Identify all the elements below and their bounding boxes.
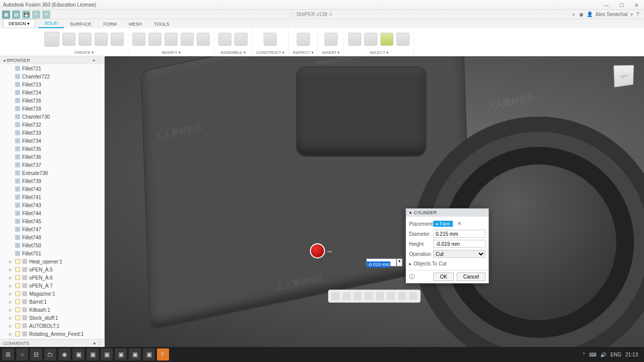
- tree-feature-item[interactable]: Fillet734: [0, 137, 104, 145]
- sketch-icon[interactable]: [44, 32, 59, 47]
- start-button[interactable]: ⊞: [2, 348, 14, 360]
- ribbon-label-select[interactable]: SELECT ▾: [370, 50, 388, 56]
- tree-feature-item[interactable]: Fillet724: [0, 88, 104, 97]
- clear-selection-icon[interactable]: ✕: [457, 221, 461, 226]
- expand-arrow-icon[interactable]: ▷: [9, 300, 13, 304]
- select-paint-icon[interactable]: [380, 33, 393, 46]
- visibility-icon[interactable]: [15, 299, 20, 304]
- expand-arrow-icon[interactable]: ▷: [9, 332, 13, 336]
- user-avatar-icon[interactable]: 👤: [587, 12, 593, 17]
- visibility-icon[interactable]: [15, 283, 20, 288]
- ribbon-label-construct[interactable]: CONSTRUCT ▾: [256, 50, 284, 56]
- expand-icon[interactable]: ▸: [409, 261, 412, 266]
- ribbon-label-modify[interactable]: MODIFY ▾: [162, 50, 180, 56]
- cylinder-tool-icon[interactable]: [78, 33, 92, 46]
- tree-feature-item[interactable]: Fillet728: [0, 105, 104, 113]
- tree-feature-item[interactable]: Fillet743: [0, 201, 104, 209]
- fillet-icon[interactable]: [148, 33, 162, 46]
- display-icon[interactable]: [387, 292, 395, 300]
- tab-mesh[interactable]: MESH: [123, 20, 148, 28]
- tab-tools[interactable]: TOOLS: [148, 20, 175, 28]
- tree-feature-item[interactable]: Fillet732: [0, 121, 104, 129]
- ribbon-label-assemble[interactable]: ASSEMBLE ▾: [220, 50, 245, 56]
- dialog-title-bar[interactable]: ● CYLINDER: [406, 209, 489, 217]
- visibility-icon[interactable]: [15, 307, 20, 312]
- visibility-icon[interactable]: [15, 267, 20, 272]
- expand-arrow-icon[interactable]: ▷: [9, 276, 13, 280]
- joint-icon[interactable]: [218, 33, 231, 46]
- tree-feature-item[interactable]: Fillet723: [0, 80, 104, 88]
- placement-face-selector[interactable]: ▸ Face: [433, 221, 453, 227]
- tree-feature-item[interactable]: Chamfer730: [0, 113, 104, 121]
- document-tab[interactable]: ⬚ SNIPER v138 ✕: [52, 12, 571, 17]
- app-icon-5[interactable]: ▣: [129, 348, 141, 360]
- app-icon-6[interactable]: ▣: [143, 348, 155, 360]
- shell-icon[interactable]: [165, 33, 178, 46]
- fit-icon[interactable]: [376, 292, 384, 300]
- tab-surface[interactable]: SURFACE: [64, 20, 98, 28]
- tree-component-item[interactable]: ▷Rotating_Ammo_Feed:1: [0, 330, 104, 338]
- measure-icon[interactable]: [297, 33, 310, 46]
- tree-feature-item[interactable]: Fillet721: [0, 64, 104, 72]
- move-icon[interactable]: [197, 33, 210, 46]
- tree-feature-item[interactable]: Fillet751: [0, 249, 104, 257]
- sound-icon[interactable]: 🔊: [600, 352, 606, 357]
- file-menu-icon[interactable]: ▤: [12, 11, 20, 19]
- comments-header[interactable]: COMMENTS ● ⋮: [0, 339, 105, 347]
- close-button[interactable]: ✕: [629, 0, 644, 10]
- plane-icon[interactable]: [264, 33, 277, 46]
- visibility-icon[interactable]: [15, 259, 20, 264]
- task-view-icon[interactable]: ⊟: [30, 348, 42, 360]
- minimize-button[interactable]: —: [599, 0, 614, 10]
- visibility-icon[interactable]: [15, 315, 20, 320]
- pan-icon[interactable]: [354, 292, 362, 300]
- visibility-icon[interactable]: [15, 323, 20, 328]
- app-icon-1[interactable]: ▣: [72, 348, 85, 360]
- extensions-icon[interactable]: ◉: [579, 12, 584, 17]
- tree-feature-item[interactable]: Fillet745: [0, 217, 104, 225]
- help-icon[interactable]: ?: [636, 12, 639, 17]
- tab-form[interactable]: FORM: [98, 20, 123, 28]
- tree-feature-item[interactable]: Fillet739: [0, 177, 104, 185]
- ribbon-label-create[interactable]: CREATE ▾: [74, 50, 94, 56]
- look-icon[interactable]: [343, 292, 351, 300]
- select-other-icon[interactable]: [396, 33, 410, 46]
- expand-arrow-icon[interactable]: ▷: [9, 259, 13, 264]
- expand-arrow-icon[interactable]: ▷: [9, 284, 13, 288]
- tree-feature-item[interactable]: Fillet747: [0, 225, 104, 233]
- tree-feature-item[interactable]: Extrude738: [0, 169, 104, 177]
- box-icon[interactable]: [62, 33, 75, 46]
- language-indicator[interactable]: ENG: [610, 352, 621, 357]
- cylinder-manipulator[interactable]: [310, 243, 325, 258]
- workspace-dropdown[interactable]: DESIGN ▾: [3, 19, 35, 28]
- tree-component-item[interactable]: ▷AUTOBOLT:1: [0, 322, 104, 330]
- explorer-icon[interactable]: 🗀: [44, 348, 56, 360]
- save-icon[interactable]: 💾: [22, 11, 30, 19]
- expand-arrow-icon[interactable]: ▷: [9, 267, 13, 272]
- ok-button[interactable]: OK: [433, 273, 453, 281]
- drag-arrow-icon[interactable]: ↔: [326, 247, 333, 255]
- tree-component-item[interactable]: ▷Barrel:1: [0, 298, 104, 306]
- browser-tree[interactable]: Fillet721Chamfer722Fillet723Fillet724Fil…: [0, 64, 104, 347]
- expand-arrow-icon[interactable]: ▷: [9, 316, 13, 320]
- tab-solid[interactable]: SOLID: [38, 19, 64, 28]
- tree-component-item[interactable]: ▷oPEN_A:5: [0, 265, 104, 274]
- search-icon[interactable]: ○: [16, 348, 28, 360]
- tree-component-item[interactable]: ▷Magazine:1: [0, 290, 104, 298]
- new-design-icon[interactable]: ＋: [571, 11, 576, 18]
- visibility-icon[interactable]: [15, 275, 20, 280]
- tree-component-item[interactable]: ▷Heat_opener:1: [0, 257, 104, 265]
- app-icon-3[interactable]: ▣: [101, 348, 113, 360]
- row-objects[interactable]: ▸ Objects To Cut: [409, 259, 486, 268]
- tray-chevron-icon[interactable]: ˄: [583, 352, 585, 357]
- viewcube[interactable]: LEFT: [613, 65, 634, 87]
- visibility-icon[interactable]: [15, 291, 20, 296]
- fusion-taskbar-icon[interactable]: F: [157, 348, 169, 360]
- viewports-icon[interactable]: [409, 292, 417, 300]
- create-form-icon[interactable]: [111, 33, 124, 46]
- app-icon-4[interactable]: ▣: [115, 348, 127, 360]
- combine-icon[interactable]: [181, 33, 194, 46]
- tree-feature-item[interactable]: Chamfer722: [0, 72, 104, 80]
- tree-component-item[interactable]: ▷Kitbash:1: [0, 306, 104, 314]
- dimension-dropdown[interactable]: ▾: [396, 258, 403, 266]
